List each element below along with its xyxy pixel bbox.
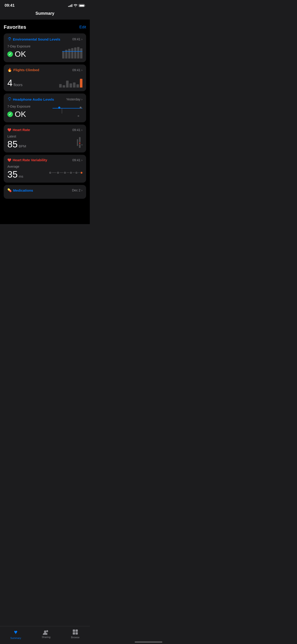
flights-bar-5: [73, 82, 76, 88]
card-title-hrv: Heart Rate Variability: [13, 158, 47, 162]
card-meta-hrv: 09:41 ›: [72, 158, 82, 162]
flame-icon: 🔥: [7, 68, 12, 72]
card-value-row-headphone: OK: [7, 110, 52, 118]
card-header: Environmental Sound Levels 09:41 ›: [7, 36, 82, 42]
hr-value-container: 85 BPM: [7, 140, 77, 149]
card-header-hrv: ❤️ Heart Rate Variability 09:41 ›: [7, 158, 82, 162]
hr-bar-group: [79, 137, 80, 148]
headphone-icon: [7, 97, 12, 102]
flights-value: 4: [7, 78, 12, 88]
hrv-value: 35: [7, 169, 18, 180]
hrv-line-4: [72, 172, 75, 173]
env-bar-5: [74, 48, 76, 58]
card-time-meds: Dec 2: [72, 188, 80, 192]
env-bar-7: [80, 48, 82, 58]
battery-icon: [79, 4, 85, 7]
hrv-line-3: [66, 172, 69, 173]
h-marker-dot: [58, 107, 60, 109]
signal-bars-icon: [68, 4, 72, 7]
card-time-headphone: Yesterday: [66, 98, 80, 101]
card-meta-hr: 09:41 ›: [72, 128, 82, 132]
card-value-row-env: OK: [7, 50, 62, 58]
chevron-icon-headphone: ›: [81, 98, 82, 101]
hr-bar-top: [79, 137, 80, 142]
heart-icon: ❤️: [7, 128, 11, 132]
check-circle-env: [7, 51, 13, 57]
card-body-headphone: 7-Day Exposure OK: [7, 104, 82, 118]
h-end-dot: [80, 107, 82, 108]
chevron-icon: ›: [81, 37, 82, 41]
card-title-group-hrv: ❤️ Heart Rate Variability: [7, 158, 47, 162]
card-meta-env: 09:41 ›: [72, 37, 82, 41]
card-label-headphone: 7-Day Exposure: [7, 104, 52, 108]
hrv-line-5: [78, 172, 80, 173]
card-medications[interactable]: 💊 Medications Dec 2 ›: [4, 185, 86, 199]
env-bar-4: [71, 48, 74, 58]
page-title: Summary: [0, 10, 90, 20]
chevron-icon-flights: ›: [81, 68, 82, 72]
env-bar-3: [68, 49, 70, 58]
card-header-flights: 🔥 Flights Climbed 09:41 ›: [7, 68, 82, 72]
hr-bar-bottom: [79, 144, 80, 148]
card-title-group-hr: ❤️ Heart Rate: [7, 128, 30, 132]
hrv-line-2: [60, 172, 63, 173]
env-bar-6: [77, 47, 80, 58]
edit-button[interactable]: Edit: [80, 25, 86, 30]
card-headphone-audio[interactable]: Headphone Audio Levels Yesterday › 7-Day…: [4, 94, 86, 122]
card-header-meds: 💊 Medications Dec 2 ›: [7, 188, 82, 192]
card-info-flights: 4 floors: [7, 76, 59, 88]
card-info-env: 7-Day Exposure OK: [7, 44, 62, 58]
card-title-group-flights: 🔥 Flights Climbed: [7, 68, 39, 72]
hrv-unit: ms: [19, 174, 23, 179]
status-ok-headphone: OK: [15, 110, 26, 118]
flights-unit: floors: [14, 83, 22, 88]
status-ok-env: OK: [15, 50, 26, 58]
check-circle-headphone: [7, 112, 13, 117]
card-environmental-sound[interactable]: Environmental Sound Levels 09:41 › 7-Day…: [4, 34, 86, 62]
card-body-hrv: Average 35 ms: [7, 165, 82, 179]
card-body-hr: Latest 85 BPM: [7, 134, 82, 149]
card-hrv[interactable]: ❤️ Heart Rate Variability 09:41 › Averag…: [4, 155, 86, 183]
h-line: [52, 108, 82, 108]
flights-bar-2: [62, 85, 65, 88]
card-title-group-meds: 💊 Medications: [7, 188, 33, 192]
meds-icon: 💊: [7, 188, 12, 192]
card-info-headphone: 7-Day Exposure OK: [7, 104, 52, 118]
card-time-hrv: 09:41: [72, 158, 80, 162]
card-label-hr: Latest: [7, 134, 77, 138]
card-time-hr: 09:41: [72, 128, 80, 132]
hr-dot-red: [79, 142, 80, 144]
hrv-value-container: 35 ms: [7, 170, 49, 179]
card-body-flights: 4 floors: [7, 75, 82, 88]
env-threshold-line: [62, 51, 82, 52]
hrv-dot-3: [64, 172, 66, 174]
card-title-env: Environmental Sound Levels: [13, 37, 60, 41]
wifi-icon: [74, 4, 77, 7]
chevron-icon-hr: ›: [81, 128, 82, 132]
bottom-dot: [78, 115, 79, 117]
hr-unit: BPM: [19, 144, 26, 149]
status-bar: 09:41: [0, 0, 90, 10]
card-header-headphone: Headphone Audio Levels Yesterday ›: [7, 97, 82, 102]
hrv-dot-1: [49, 172, 51, 174]
card-flights-climbed[interactable]: 🔥 Flights Climbed 09:41 › 4 floors: [4, 64, 86, 91]
flights-bar-4: [70, 84, 72, 88]
heart-icon-hrv: ❤️: [7, 158, 11, 162]
hrv-dot-5: [76, 172, 77, 174]
flights-bar-6: [76, 84, 79, 88]
card-info-hr: Latest 85 BPM: [7, 134, 77, 149]
card-meta-flights: 09:41 ›: [72, 68, 82, 72]
card-meta-meds: Dec 2 ›: [72, 188, 82, 192]
card-title-group: Environmental Sound Levels: [7, 36, 60, 42]
hrv-dot-accent: [80, 172, 82, 174]
env-bar-1: [62, 52, 64, 58]
card-label-hrv: Average: [7, 165, 49, 168]
hrv-line-1: [52, 172, 56, 173]
flights-bar-1: [59, 84, 62, 88]
card-heart-rate[interactable]: ❤️ Heart Rate 09:41 › Latest 85 BPM: [4, 124, 86, 152]
hr-bar-1: [77, 139, 78, 146]
status-icons: [68, 4, 85, 7]
card-info-hrv: Average 35 ms: [7, 165, 49, 179]
card-title-group-headphone: Headphone Audio Levels: [7, 97, 54, 102]
headphone-chart: [52, 105, 82, 118]
